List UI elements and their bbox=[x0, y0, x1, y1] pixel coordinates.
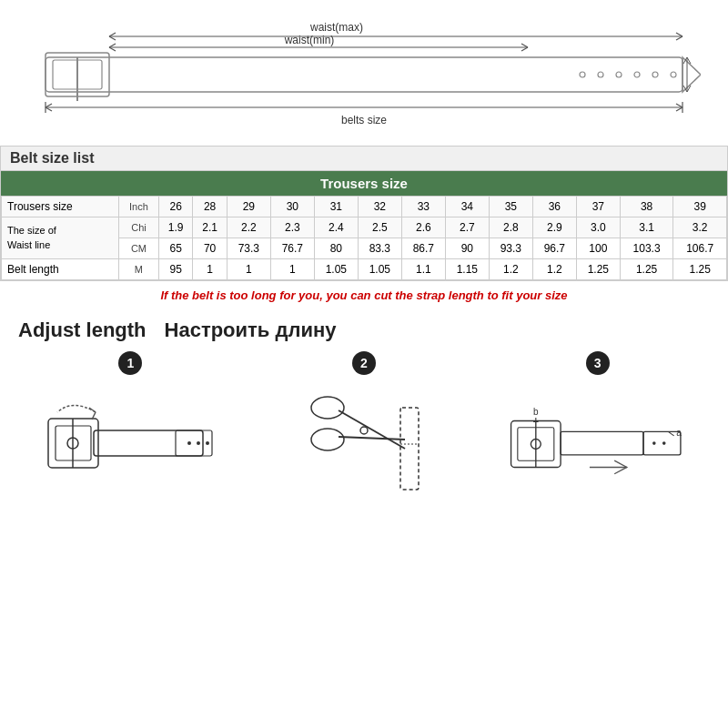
svg-text:waist(max): waist(max) bbox=[309, 21, 363, 34]
trousers-size-row: Trousers size Inch 26 28 29 30 31 32 33 … bbox=[2, 197, 727, 217]
svg-marker-4 bbox=[682, 57, 701, 92]
adjust-title: Adjust length Настроить длину bbox=[18, 318, 710, 342]
svg-point-10 bbox=[671, 72, 676, 77]
belt-length-row: Belt length M 95 1 1 1 1.05 1.05 1.1 1.1… bbox=[2, 259, 727, 280]
trousers-val-31: 31 bbox=[314, 197, 358, 217]
step-3-image: b a bbox=[507, 380, 689, 508]
note-text: If the belt is too long for you, you can… bbox=[0, 281, 728, 309]
step-2-image bbox=[273, 380, 455, 508]
size-list-header: Belt size list bbox=[0, 146, 728, 171]
svg-point-64 bbox=[652, 441, 656, 445]
svg-line-50 bbox=[339, 410, 405, 449]
size-table: Trousers size Inch 26 28 29 30 31 32 33 … bbox=[1, 196, 727, 280]
step-2: 2 bbox=[252, 351, 477, 508]
adjust-section: Adjust length Настроить длину 1 bbox=[0, 309, 728, 728]
svg-point-49 bbox=[311, 429, 344, 450]
svg-text:waist(min): waist(min) bbox=[284, 34, 335, 46]
svg-point-46 bbox=[197, 441, 200, 445]
svg-line-67 bbox=[668, 431, 673, 436]
svg-rect-0 bbox=[46, 57, 682, 92]
svg-rect-63 bbox=[643, 431, 681, 454]
belt-length-label: Belt length bbox=[2, 259, 119, 280]
svg-text:a: a bbox=[676, 428, 682, 438]
trousers-val-35: 35 bbox=[489, 197, 532, 217]
trousers-header: Trousers size bbox=[1, 171, 727, 196]
step-3-number: 3 bbox=[586, 351, 610, 375]
step-3: 3 b bbox=[485, 351, 710, 508]
svg-point-47 bbox=[206, 441, 209, 445]
trousers-label: Trousers size bbox=[2, 197, 119, 217]
trousers-val-32: 32 bbox=[358, 197, 401, 217]
waist-label: The size ofWaist line bbox=[2, 217, 119, 259]
svg-point-9 bbox=[652, 72, 658, 77]
waist-chi-row: The size ofWaist line Chi 1.9 2.1 2.2 2.… bbox=[2, 217, 727, 238]
belt-diagram: waist(max) waist(min) width belts size bbox=[0, 0, 728, 146]
svg-text:belts size: belts size bbox=[341, 114, 387, 126]
trousers-val-37: 37 bbox=[576, 197, 620, 217]
step-1-number: 1 bbox=[118, 351, 142, 375]
size-table-section: Trousers size Trousers size Inch 26 28 2… bbox=[0, 171, 728, 281]
svg-point-65 bbox=[662, 441, 666, 445]
trousers-val-38: 38 bbox=[620, 197, 673, 217]
svg-point-45 bbox=[187, 441, 191, 445]
trousers-val-29: 29 bbox=[227, 197, 270, 217]
size-list-title: Belt size list bbox=[10, 150, 94, 166]
trousers-val-34: 34 bbox=[445, 197, 489, 217]
step-2-number: 2 bbox=[352, 351, 376, 375]
trousers-val-26: 26 bbox=[158, 197, 192, 217]
svg-point-52 bbox=[360, 427, 368, 434]
trousers-val-33: 33 bbox=[401, 197, 445, 217]
svg-rect-37 bbox=[94, 430, 203, 456]
svg-point-5 bbox=[580, 72, 585, 77]
waist-cm-unit: CM bbox=[118, 238, 158, 259]
trousers-val-39: 39 bbox=[673, 197, 727, 217]
svg-point-7 bbox=[616, 72, 622, 77]
svg-point-6 bbox=[598, 72, 603, 77]
belt-length-unit: M bbox=[118, 259, 158, 280]
step-1-image bbox=[39, 380, 221, 508]
svg-line-51 bbox=[339, 437, 405, 440]
trousers-val-30: 30 bbox=[270, 197, 314, 217]
waist-chi-unit: Chi bbox=[118, 217, 158, 238]
trousers-unit: Inch bbox=[118, 197, 158, 217]
svg-point-8 bbox=[634, 72, 640, 77]
svg-rect-59 bbox=[561, 431, 643, 454]
adjust-title-en: Adjust length bbox=[18, 318, 147, 342]
trousers-val-36: 36 bbox=[532, 197, 576, 217]
svg-text:b: b bbox=[533, 407, 539, 417]
trousers-val-28: 28 bbox=[193, 197, 227, 217]
svg-point-48 bbox=[311, 397, 344, 419]
steps-row: 1 bbox=[18, 351, 710, 508]
adjust-title-ru: Настроить длину bbox=[165, 318, 337, 342]
step-1: 1 bbox=[18, 351, 243, 508]
